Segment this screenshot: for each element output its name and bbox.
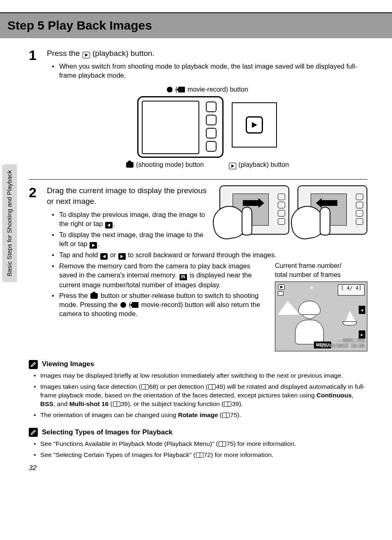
movie-record-icon xyxy=(178,87,185,92)
book-ref-icon xyxy=(196,452,203,458)
t: 15/05/2012 15:30 xyxy=(321,343,364,348)
t: To display the previous image, drag the … xyxy=(59,211,205,227)
record-dot-icon xyxy=(120,302,126,308)
step-2-bullet: Remove the memory card from the camera t… xyxy=(54,261,261,289)
t: 68) or pet detection ( xyxy=(149,383,208,390)
playback-button-label: (playback) button xyxy=(228,160,289,169)
t: Press the xyxy=(59,292,90,299)
step-2: 2 Drag the current image to display the … xyxy=(29,185,367,351)
t: or xyxy=(108,251,118,258)
book-ref-icon xyxy=(208,384,216,390)
playback-button-zoom xyxy=(232,102,277,148)
book-ref-icon xyxy=(224,402,231,407)
step-1-title: Press the (playback) button. xyxy=(47,48,367,59)
t: . xyxy=(97,240,99,247)
step-2-bullet: To display the next image, drag the imag… xyxy=(54,230,212,249)
svg-marker-4 xyxy=(92,244,95,247)
pencil-note-icon xyxy=(29,428,38,437)
step-2-bullet: Press the button or shutter-release butt… xyxy=(54,291,261,318)
shooting-mode-label: (shooting mode) button xyxy=(125,160,204,169)
t: 39). xyxy=(232,400,243,407)
svg-marker-5 xyxy=(103,255,106,258)
svg-marker-1 xyxy=(252,122,257,128)
right-arrow-icon xyxy=(90,242,97,249)
t: BSS xyxy=(40,400,53,407)
note-title: Viewing Images xyxy=(42,360,94,369)
t: Images taken using face detection ( xyxy=(40,383,141,390)
book-ref-icon xyxy=(222,413,230,418)
page-content: 1 Press the (playback) button. When you … xyxy=(0,38,392,481)
left-arrow-icon xyxy=(100,253,108,260)
svg-marker-2 xyxy=(231,164,234,168)
t: 75) for more information. xyxy=(226,440,296,447)
t: Rotate image xyxy=(178,411,218,418)
drag-left-illustration xyxy=(297,185,367,235)
playback-mode-icon xyxy=(278,284,285,295)
right-arrow-icon xyxy=(118,253,126,260)
step-1: 1 Press the (playback) button. When you … xyxy=(29,48,367,173)
note-bullet: See "Selecting Certain Types of Images f… xyxy=(36,451,367,459)
svg-marker-6 xyxy=(120,255,123,258)
movie-record-icon xyxy=(132,302,138,308)
note-bullet: See "Functions Available in Playback Mod… xyxy=(36,440,367,448)
drag-right-illustration xyxy=(219,185,289,235)
step-1-number: 1 xyxy=(29,48,41,173)
t: ( xyxy=(218,411,222,418)
camera-icon xyxy=(126,162,134,168)
book-ref-icon xyxy=(113,402,120,407)
t: to scroll backward or forward through th… xyxy=(126,251,277,258)
t: 39), or the subject tracking function ( xyxy=(121,400,224,407)
t: See "Selecting Certain Types of Images f… xyxy=(40,451,196,458)
note-bullet: The orientation of images can be changed… xyxy=(36,411,367,420)
page-number: 32 xyxy=(29,464,367,473)
t: The orientation of images can be changed… xyxy=(40,411,178,418)
t: (playback) button xyxy=(237,161,289,168)
t: , and xyxy=(53,400,69,407)
frame-label: Current frame number/ total number of fr… xyxy=(275,261,367,279)
t: 0004.JPG xyxy=(343,338,364,343)
internal-memory-icon: IN xyxy=(180,274,187,280)
left-arrow-icon xyxy=(105,222,113,228)
book-ref-icon xyxy=(219,441,226,447)
note-bullet: Images may be displayed briefly at low r… xyxy=(36,372,367,380)
t: , xyxy=(352,392,353,399)
t: (shooting mode) button xyxy=(134,161,204,168)
t: ( xyxy=(108,400,112,407)
record-dot-icon xyxy=(167,87,173,92)
drag-illustrations xyxy=(219,185,367,250)
svg-marker-3 xyxy=(107,224,110,227)
book-ref-icon xyxy=(141,384,149,390)
nav-left-icon: ◂ xyxy=(359,306,365,314)
step-2-title: Drag the current image to display the pr… xyxy=(47,185,212,206)
t: See "Functions Available in Playback Mod… xyxy=(40,440,218,447)
note-viewing-images: Viewing Images xyxy=(29,360,367,369)
t: . xyxy=(113,220,115,227)
t: Multi-shot 16 xyxy=(69,400,109,407)
side-tab: Basic Steps for Shooting and Playback xyxy=(2,164,17,282)
frame-counter: [ 4/ 4] xyxy=(338,284,364,295)
step-2-number: 2 xyxy=(29,185,41,351)
frame-display-box: Current frame number/ total number of fr… xyxy=(275,261,367,351)
t: Continuous xyxy=(316,392,352,399)
svg-marker-7 xyxy=(280,286,283,288)
camera-icon xyxy=(90,293,98,299)
t: movie-record) button xyxy=(186,86,248,93)
note-selecting-types: Selecting Types of Images for Playback xyxy=(29,428,367,437)
t: 75). xyxy=(230,411,241,418)
section-header-bar: Step 5 Play Back Images xyxy=(0,12,392,38)
file-info: ▦0004.JPG15/05/2012 15:30 xyxy=(321,338,364,348)
section-title: Step 5 Play Back Images xyxy=(7,17,385,34)
note-title: Selecting Types of Images for Playback xyxy=(42,428,173,437)
note-bullet: Images taken using face detection (68) o… xyxy=(36,383,367,408)
divider xyxy=(29,179,367,180)
t: To display the next image, drag the imag… xyxy=(59,231,203,247)
svg-marker-0 xyxy=(85,53,88,57)
step-1-bullet: When you switch from shooting mode to pl… xyxy=(54,62,367,80)
camera-back-illustration xyxy=(137,96,224,158)
playback-screen-illustration: ★ [ 4/ 4] ◂ ▸ MENU ▦0004.JPG15/05/2012 1… xyxy=(275,282,367,351)
camera-diagram: ( movie-record) button (shooting mode) b… xyxy=(47,85,367,170)
pencil-note-icon xyxy=(29,360,38,369)
t: Tap and hold xyxy=(59,251,100,258)
step-2-bullet: To display the previous image, drag the … xyxy=(54,210,212,228)
t: (playback) button. xyxy=(90,49,154,58)
